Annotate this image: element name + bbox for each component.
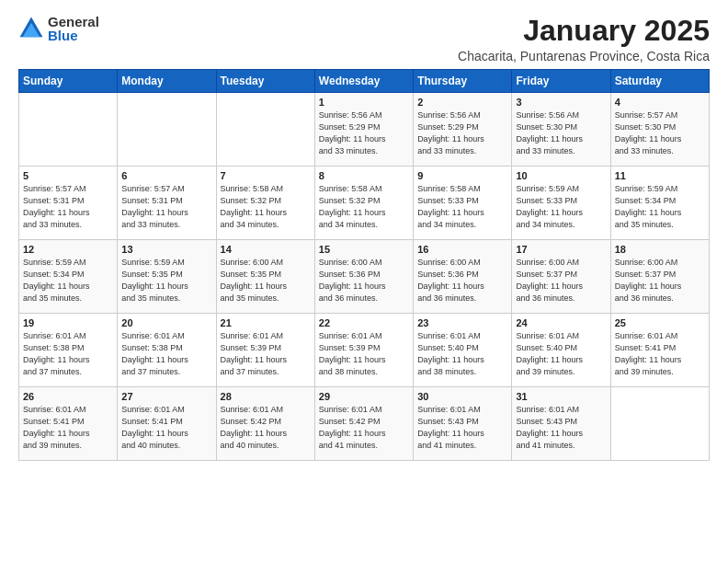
day-number: 8 xyxy=(319,170,409,181)
day-number: 30 xyxy=(417,391,507,402)
weekday-header-thursday: Thursday xyxy=(414,70,512,93)
calendar-week-4: 26Sunrise: 6:01 AM Sunset: 5:41 PM Dayli… xyxy=(19,387,710,461)
calendar-cell: 20Sunrise: 6:01 AM Sunset: 5:38 PM Dayli… xyxy=(118,314,216,387)
day-number: 23 xyxy=(417,317,507,328)
day-info: Sunrise: 6:01 AM Sunset: 5:42 PM Dayligh… xyxy=(221,404,311,452)
day-info: Sunrise: 6:01 AM Sunset: 5:41 PM Dayligh… xyxy=(615,330,705,378)
logo-text: General Blue xyxy=(48,15,99,42)
calendar-cell: 17Sunrise: 6:00 AM Sunset: 5:37 PM Dayli… xyxy=(512,240,610,314)
calendar-cell xyxy=(118,93,216,167)
day-info: Sunrise: 6:00 AM Sunset: 5:37 PM Dayligh… xyxy=(516,257,606,304)
day-info: Sunrise: 5:59 AM Sunset: 5:33 PM Dayligh… xyxy=(516,183,606,231)
day-info: Sunrise: 5:57 AM Sunset: 5:31 PM Dayligh… xyxy=(121,183,211,231)
day-number: 28 xyxy=(221,391,311,402)
day-info: Sunrise: 6:01 AM Sunset: 5:41 PM Dayligh… xyxy=(121,404,211,452)
day-info: Sunrise: 5:57 AM Sunset: 5:30 PM Dayligh… xyxy=(615,109,705,157)
day-number: 25 xyxy=(615,317,705,328)
logo-blue-text: Blue xyxy=(48,29,99,42)
day-number: 3 xyxy=(516,97,606,108)
day-number: 17 xyxy=(516,244,606,255)
calendar-week-2: 12Sunrise: 5:59 AM Sunset: 5:34 PM Dayli… xyxy=(19,240,710,314)
calendar-cell xyxy=(216,93,314,167)
day-info: Sunrise: 6:01 AM Sunset: 5:43 PM Dayligh… xyxy=(516,404,606,452)
day-number: 15 xyxy=(319,244,409,255)
day-info: Sunrise: 5:57 AM Sunset: 5:31 PM Dayligh… xyxy=(23,183,113,231)
calendar-cell: 7Sunrise: 5:58 AM Sunset: 5:32 PM Daylig… xyxy=(216,167,314,240)
logo: General Blue xyxy=(18,15,99,42)
calendar-cell: 30Sunrise: 6:01 AM Sunset: 5:43 PM Dayli… xyxy=(414,387,512,461)
day-number: 29 xyxy=(319,391,409,402)
calendar-cell: 27Sunrise: 6:01 AM Sunset: 5:41 PM Dayli… xyxy=(118,387,216,461)
day-number: 22 xyxy=(319,317,409,328)
calendar-cell: 31Sunrise: 6:01 AM Sunset: 5:43 PM Dayli… xyxy=(512,387,610,461)
day-number: 9 xyxy=(417,170,507,181)
calendar-cell: 14Sunrise: 6:00 AM Sunset: 5:35 PM Dayli… xyxy=(216,240,314,314)
day-info: Sunrise: 5:59 AM Sunset: 5:34 PM Dayligh… xyxy=(615,183,705,231)
day-info: Sunrise: 5:56 AM Sunset: 5:29 PM Dayligh… xyxy=(319,109,409,157)
day-info: Sunrise: 6:01 AM Sunset: 5:43 PM Dayligh… xyxy=(417,404,507,452)
calendar-cell: 2Sunrise: 5:56 AM Sunset: 5:29 PM Daylig… xyxy=(414,93,512,167)
calendar-cell: 4Sunrise: 5:57 AM Sunset: 5:30 PM Daylig… xyxy=(610,93,709,167)
day-number: 16 xyxy=(417,244,507,255)
calendar-subtitle: Chacarita, Puntarenas Province, Costa Ri… xyxy=(458,49,710,63)
day-number: 24 xyxy=(516,317,606,328)
day-number: 19 xyxy=(23,317,113,328)
header: General Blue January 2025 Chacarita, Pun… xyxy=(18,15,710,63)
day-number: 6 xyxy=(121,170,211,181)
day-info: Sunrise: 5:58 AM Sunset: 5:32 PM Dayligh… xyxy=(319,183,409,231)
day-info: Sunrise: 6:00 AM Sunset: 5:35 PM Dayligh… xyxy=(221,257,311,304)
calendar-week-1: 5Sunrise: 5:57 AM Sunset: 5:31 PM Daylig… xyxy=(19,167,710,240)
weekday-header-wednesday: Wednesday xyxy=(314,70,413,93)
day-info: Sunrise: 6:00 AM Sunset: 5:37 PM Dayligh… xyxy=(615,257,705,304)
day-number: 5 xyxy=(23,170,113,181)
calendar-table: SundayMondayTuesdayWednesdayThursdayFrid… xyxy=(18,69,710,461)
weekday-header-saturday: Saturday xyxy=(610,70,709,93)
day-number: 13 xyxy=(121,244,211,255)
title-block: January 2025 Chacarita, Puntarenas Provi… xyxy=(458,15,710,63)
calendar-cell: 16Sunrise: 6:00 AM Sunset: 5:36 PM Dayli… xyxy=(414,240,512,314)
calendar-cell: 3Sunrise: 5:56 AM Sunset: 5:30 PM Daylig… xyxy=(512,93,610,167)
calendar-header: SundayMondayTuesdayWednesdayThursdayFrid… xyxy=(19,70,710,93)
calendar-cell: 8Sunrise: 5:58 AM Sunset: 5:32 PM Daylig… xyxy=(314,167,413,240)
day-number: 11 xyxy=(615,170,705,181)
day-number: 21 xyxy=(221,317,311,328)
weekday-header-monday: Monday xyxy=(118,70,216,93)
day-number: 27 xyxy=(121,391,211,402)
calendar-title: January 2025 xyxy=(458,15,710,47)
calendar-cell: 6Sunrise: 5:57 AM Sunset: 5:31 PM Daylig… xyxy=(118,167,216,240)
calendar-week-3: 19Sunrise: 6:01 AM Sunset: 5:38 PM Dayli… xyxy=(19,314,710,387)
calendar-cell xyxy=(610,387,709,461)
calendar-cell: 22Sunrise: 6:01 AM Sunset: 5:39 PM Dayli… xyxy=(314,314,413,387)
day-number: 18 xyxy=(615,244,705,255)
day-info: Sunrise: 5:59 AM Sunset: 5:35 PM Dayligh… xyxy=(121,257,211,304)
calendar-cell: 13Sunrise: 5:59 AM Sunset: 5:35 PM Dayli… xyxy=(118,240,216,314)
day-info: Sunrise: 6:01 AM Sunset: 5:39 PM Dayligh… xyxy=(221,330,311,378)
calendar-cell: 11Sunrise: 5:59 AM Sunset: 5:34 PM Dayli… xyxy=(610,167,709,240)
calendar-body: 1Sunrise: 5:56 AM Sunset: 5:29 PM Daylig… xyxy=(19,93,710,461)
calendar-cell: 26Sunrise: 6:01 AM Sunset: 5:41 PM Dayli… xyxy=(19,387,118,461)
day-number: 14 xyxy=(221,244,311,255)
day-info: Sunrise: 5:56 AM Sunset: 5:30 PM Dayligh… xyxy=(516,109,606,157)
day-number: 26 xyxy=(23,391,113,402)
day-info: Sunrise: 6:01 AM Sunset: 5:41 PM Dayligh… xyxy=(23,404,113,452)
calendar-cell: 15Sunrise: 6:00 AM Sunset: 5:36 PM Dayli… xyxy=(314,240,413,314)
weekday-header-tuesday: Tuesday xyxy=(216,70,314,93)
weekday-header-sunday: Sunday xyxy=(19,70,118,93)
calendar-week-0: 1Sunrise: 5:56 AM Sunset: 5:29 PM Daylig… xyxy=(19,93,710,167)
day-info: Sunrise: 5:58 AM Sunset: 5:32 PM Dayligh… xyxy=(221,183,311,231)
day-info: Sunrise: 6:01 AM Sunset: 5:42 PM Dayligh… xyxy=(319,404,409,452)
day-info: Sunrise: 5:56 AM Sunset: 5:29 PM Dayligh… xyxy=(417,109,507,157)
calendar-cell: 19Sunrise: 6:01 AM Sunset: 5:38 PM Dayli… xyxy=(19,314,118,387)
calendar-cell: 18Sunrise: 6:00 AM Sunset: 5:37 PM Dayli… xyxy=(610,240,709,314)
day-info: Sunrise: 6:01 AM Sunset: 5:40 PM Dayligh… xyxy=(417,330,507,378)
day-info: Sunrise: 5:58 AM Sunset: 5:33 PM Dayligh… xyxy=(417,183,507,231)
day-number: 4 xyxy=(615,97,705,108)
calendar-cell: 23Sunrise: 6:01 AM Sunset: 5:40 PM Dayli… xyxy=(414,314,512,387)
day-number: 31 xyxy=(516,391,606,402)
calendar-cell: 1Sunrise: 5:56 AM Sunset: 5:29 PM Daylig… xyxy=(314,93,413,167)
day-number: 10 xyxy=(516,170,606,181)
day-number: 7 xyxy=(221,170,311,181)
day-info: Sunrise: 6:00 AM Sunset: 5:36 PM Dayligh… xyxy=(417,257,507,304)
logo-icon xyxy=(18,16,44,41)
day-info: Sunrise: 6:00 AM Sunset: 5:36 PM Dayligh… xyxy=(319,257,409,304)
